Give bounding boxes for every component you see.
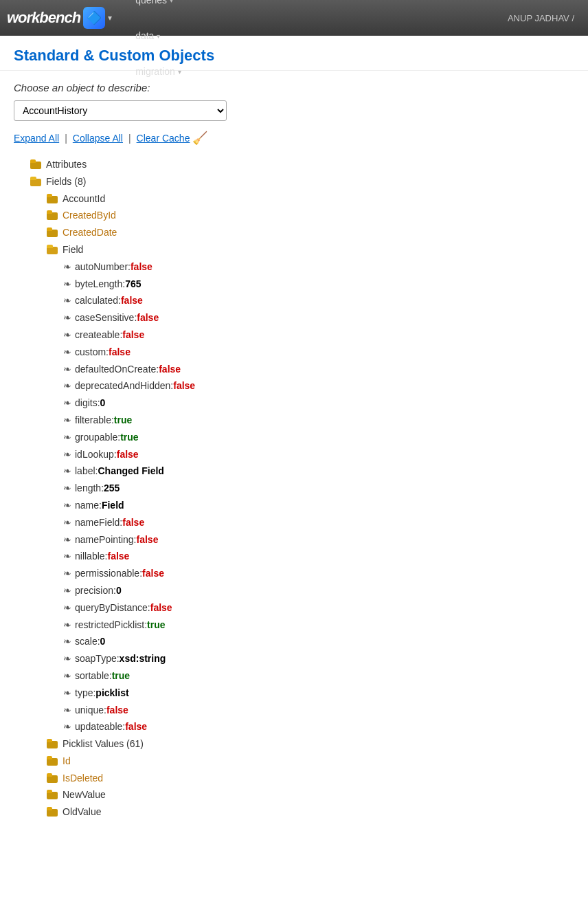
prop-key: length:: [75, 480, 104, 497]
folder-icon: [47, 772, 59, 783]
tree-node: ❧scale: 0: [63, 634, 574, 650]
prop-key: permissionable:: [75, 566, 142, 582]
logo-dropdown-arrow[interactable]: ▾: [108, 13, 112, 23]
logo-area: workbench 🔷 ▾: [7, 7, 112, 29]
bullet-icon: ❧: [63, 636, 71, 645]
tree-node: ❧queryByDistance: false: [63, 600, 574, 617]
prop-key: sortable:: [75, 668, 112, 685]
prop-value: 255: [104, 480, 120, 497]
prop-key: namePointing:: [75, 532, 137, 548]
prop-value: false: [109, 344, 131, 361]
folder-icon: [30, 175, 43, 186]
clear-cache-button[interactable]: Clear Cache: [137, 133, 190, 144]
folder-icon: [47, 788, 59, 799]
logo-icon: 🔷: [83, 7, 105, 29]
bullet-icon: ❧: [63, 518, 71, 526]
folder-icon: [47, 226, 59, 237]
tree-node: ❧precision: 0: [63, 583, 574, 599]
object-select[interactable]: AccountHistory: [14, 100, 227, 121]
prop-key: nillable:: [75, 548, 107, 565]
toolbar-sep-1: |: [65, 133, 67, 144]
prop-value: true: [112, 668, 130, 685]
tree-node: ❧createable: false: [63, 327, 574, 344]
prop-key: type:: [75, 685, 95, 702]
nav-links: info ▾ queries ▾ data ▾ migration ▾: [126, 0, 191, 89]
tree-node: ❧permissionable: false: [63, 566, 574, 582]
tree-node: ❧filterable: true: [63, 412, 574, 429]
prop-value: false: [121, 293, 143, 309]
prop-value: false: [107, 548, 129, 565]
bullet-icon: ❧: [63, 432, 71, 441]
prop-key: filterable:: [75, 412, 114, 429]
tree-node[interactable]: IsDeleted: [47, 770, 574, 787]
tree-node[interactable]: Fields (8): [30, 174, 574, 190]
folder-label: Field: [63, 242, 83, 258]
tree-node: ❧label: Changed Field: [63, 463, 574, 480]
tree-node[interactable]: Picklist Values (61): [47, 736, 574, 753]
folder-label: Attributes: [46, 157, 87, 173]
prop-key: label:: [75, 463, 98, 480]
folder-icon: [47, 737, 59, 748]
prop-key: updateable:: [75, 719, 125, 735]
folder-label: NewValue: [63, 787, 106, 803]
tree-node[interactable]: OldValue: [47, 804, 574, 821]
tree-node[interactable]: CreatedDate: [47, 225, 574, 241]
prop-value: false: [150, 600, 172, 617]
collapse-all-button[interactable]: Collapse All: [73, 133, 123, 144]
bullet-icon: ❧: [63, 568, 71, 577]
prop-key: soapType:: [75, 651, 120, 667]
folder-label: Id: [63, 753, 71, 770]
folder-icon: [47, 243, 59, 254]
tree-node[interactable]: NewValue: [47, 787, 574, 803]
prop-value: false: [117, 447, 139, 463]
prop-value: false: [137, 532, 159, 548]
tree-node[interactable]: Field: [47, 242, 574, 258]
expand-all-button[interactable]: Expand All: [14, 133, 59, 144]
bullet-icon: ❧: [63, 330, 71, 338]
tree-node[interactable]: AccountId: [47, 191, 574, 208]
bullet-icon: ❧: [63, 671, 71, 679]
folder-icon: [47, 755, 59, 766]
prop-key: calculated:: [75, 293, 121, 309]
tree-node: ❧sortable: true: [63, 668, 574, 685]
navbar: workbench 🔷 ▾ info ▾ queries ▾ data ▾ mi…: [0, 0, 588, 36]
prop-value: Field: [102, 498, 124, 514]
prop-value: false: [122, 515, 144, 531]
prop-value: 0: [100, 634, 106, 650]
prop-key: nameField:: [75, 515, 122, 531]
nav-arrow-migration: ▾: [178, 68, 181, 76]
prop-value: false: [142, 566, 164, 582]
prop-key: scale:: [75, 634, 100, 650]
bullet-icon: ❧: [63, 296, 71, 304]
prop-value: false: [131, 259, 152, 276]
tree-node: ❧length: 255: [63, 480, 574, 497]
prop-key: queryByDistance:: [75, 600, 150, 617]
tree-node: ❧type: picklist: [63, 685, 574, 702]
bullet-icon: ❧: [63, 586, 71, 594]
toolbar-sep-2: |: [128, 133, 131, 144]
tree-node: ❧restrictedPicklist: true: [63, 617, 574, 634]
bullet-icon: ❧: [63, 364, 71, 373]
tree-node[interactable]: Id: [47, 753, 574, 770]
folder-icon: [47, 192, 59, 203]
tree-node: ❧unique: false: [63, 702, 574, 719]
prop-key: restrictedPicklist:: [75, 617, 147, 634]
prop-key: defaultedOnCreate:: [75, 362, 159, 378]
prop-key: idLookup:: [75, 447, 117, 463]
choose-label: Choose an object to describe:: [14, 82, 574, 93]
folder-label: Picklist Values (61): [63, 736, 144, 753]
bullet-icon: ❧: [63, 313, 71, 321]
tree-node: ❧deprecatedAndHidden: false: [63, 378, 574, 395]
bullet-icon: ❧: [63, 722, 71, 730]
tree-node: ❧nameField: false: [63, 515, 574, 531]
page-title: Standard & Custom Objects: [14, 47, 214, 65]
tree-node[interactable]: CreatedById: [47, 208, 574, 224]
bullet-icon: ❧: [63, 415, 71, 423]
tree-node[interactable]: Attributes: [30, 157, 574, 173]
user-area: ANUP JADHAV /: [508, 13, 581, 23]
prop-value: true: [147, 617, 165, 634]
bullet-icon: ❧: [63, 398, 71, 406]
nav-item-queries[interactable]: queries ▾: [126, 0, 191, 18]
bullet-icon: ❧: [63, 535, 71, 543]
nav-arrow-queries: ▾: [170, 0, 173, 4]
